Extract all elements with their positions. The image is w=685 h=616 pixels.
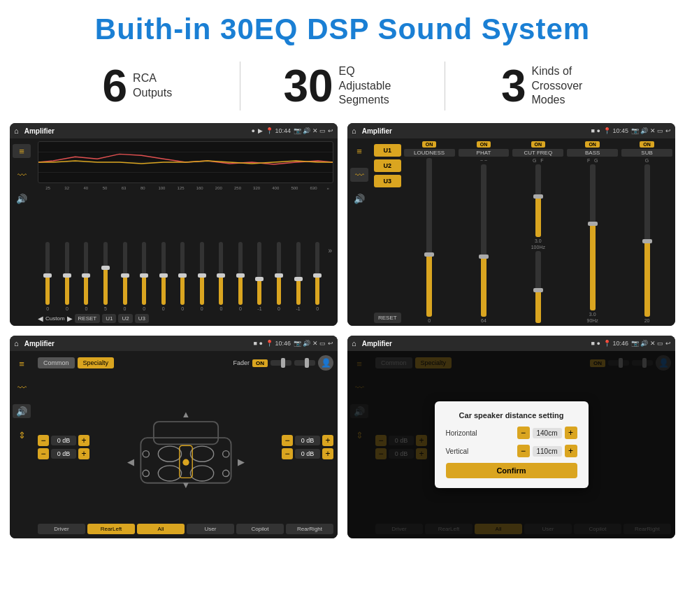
bass-on[interactable]: ON — [585, 141, 600, 148]
fader-on-btn[interactable]: ON — [252, 359, 268, 367]
fader-plus-1[interactable]: + — [78, 435, 89, 446]
fader-main-area: Common Specialty Fader ON 👤 — [34, 351, 338, 538]
fader-minus-4[interactable]: − — [282, 448, 293, 459]
eq-slider-10[interactable]: 0 — [212, 242, 230, 311]
eq-preset-label: Custom — [45, 315, 65, 322]
eq-slider-8[interactable]: 0 — [174, 242, 192, 311]
eq-slider-11[interactable]: 0 — [232, 242, 250, 311]
svg-text:▲: ▲ — [181, 408, 190, 419]
u-main-area: U1 U2 U3 RESET ON LOUDNESS 0 — [371, 138, 675, 326]
cutfreq-slider-f[interactable] — [535, 251, 541, 324]
user-avatar: 👤 — [318, 355, 333, 371]
u-icon-speaker[interactable]: 🔊 — [350, 192, 368, 206]
fader-home-icon[interactable]: ⌂ — [14, 339, 19, 348]
car-diagram: ▲ ▼ ◀ ▶ — [92, 406, 279, 489]
phat-label: PHAT — [459, 149, 510, 157]
u1-button[interactable]: U1 — [374, 144, 401, 157]
eq-slider-12[interactable]: -1 — [251, 242, 268, 311]
u-icon-wave[interactable]: 〰 — [350, 168, 368, 182]
sub-on[interactable]: ON — [640, 141, 654, 148]
eq-next-btn[interactable]: ▶ — [67, 315, 73, 322]
fader-btn-rearleft[interactable]: RearLeft — [87, 524, 135, 534]
eq-icon-sliders[interactable]: ≡ — [13, 144, 31, 158]
eq-slider-7[interactable]: 0 — [154, 242, 172, 311]
fader-screen-content: ≡ 〰 🔊 ⇕ Common Specialty Fader ON — [10, 351, 338, 538]
stat-rca-number: 6 — [103, 64, 128, 108]
fader-tab-common[interactable]: Common — [38, 357, 75, 368]
fader-icon-sliders[interactable]: ≡ — [13, 357, 31, 371]
fader-icon-wave[interactable]: 〰 — [13, 380, 31, 394]
fader-minus-2[interactable]: − — [38, 448, 49, 459]
dialog-home-icon[interactable]: ⌂ — [352, 339, 356, 348]
fader-icon-speaker[interactable]: 🔊 — [13, 404, 31, 418]
eq-slider-15[interactable]: 0 — [309, 242, 326, 311]
u-reset-btn[interactable]: RESET — [374, 313, 401, 323]
phat-slider[interactable] — [481, 164, 486, 317]
fader-btn-copilot[interactable]: Copilot — [236, 524, 284, 534]
eq-reset-btn[interactable]: RESET — [75, 314, 101, 323]
eq-slider-14[interactable]: -1 — [289, 242, 307, 311]
svg-point-7 — [158, 465, 181, 480]
fader-sliders[interactable] — [271, 360, 315, 366]
fader-minus-1[interactable]: − — [38, 435, 49, 446]
eq-slider-13[interactable]: 0 — [271, 242, 288, 311]
u-icons: 📷 🔊 ✕ ▭ ↩ — [631, 127, 671, 134]
eq-slider-9[interactable]: 0 — [194, 242, 211, 311]
svg-point-12 — [222, 450, 229, 457]
u-home-icon[interactable]: ⌂ — [352, 127, 356, 135]
fader-btn-user[interactable]: User — [187, 524, 234, 534]
fader-btn-rearright[interactable]: RearRight — [286, 524, 333, 534]
loudness-on[interactable]: ON — [422, 141, 437, 148]
fader-tab-specialty[interactable]: Specialty — [78, 357, 115, 368]
fader-icon-arrows[interactable]: ⇕ — [13, 428, 31, 442]
u2-button[interactable]: U2 — [374, 159, 401, 172]
eq-u2-btn[interactable]: U2 — [118, 314, 132, 323]
eq-icon-wave[interactable]: 〰 — [13, 168, 31, 182]
dialog-horizontal-minus[interactable]: − — [517, 427, 530, 439]
dialog-confirm-button[interactable]: Confirm — [446, 463, 577, 478]
fader-bottom-btns: Driver RearLeft All User Copilot RearRig… — [38, 524, 333, 534]
fader-btn-driver[interactable]: Driver — [38, 524, 85, 534]
fader-plus-4[interactable]: + — [322, 448, 333, 459]
eq-icon-speaker[interactable]: 🔊 — [13, 192, 31, 206]
sub-slider[interactable] — [644, 164, 650, 317]
dialog-horizontal-plus[interactable]: + — [565, 427, 577, 439]
screens-grid: ⌂ Amplifier ● ▶ 📍 10:44 📷 🔊 ✕ ▭ ↩ ≡ 〰 🔊 — [0, 123, 685, 545]
dialog-vertical-plus[interactable]: + — [565, 445, 577, 457]
fader-top: Common Specialty Fader ON 👤 — [38, 355, 333, 371]
stat-divider-2 — [445, 62, 445, 110]
eq-u1-btn[interactable]: U1 — [102, 314, 116, 323]
eq-slider-3[interactable]: 0 — [78, 242, 95, 311]
dialog-horizontal-value: 140cm — [533, 428, 562, 438]
dialog-horizontal-ctrl: − 140cm + — [517, 427, 577, 439]
eq-slider-6[interactable]: 0 — [136, 242, 153, 311]
fader-status-icons: ■ ● — [254, 340, 263, 347]
u-status-bar: ⌂ Amplifier ■ ● 📍 10:45 📷 🔊 ✕ ▭ ↩ — [347, 123, 675, 138]
u-channel-bass: ON BASS F G 3.0 90Hz — [567, 141, 618, 323]
stat-eq-number: 30 — [283, 64, 333, 108]
eq-slider-2[interactable]: 0 — [59, 242, 76, 311]
stat-eq-text: EQ AdjustableSegments — [339, 64, 402, 108]
svg-point-5 — [158, 446, 181, 461]
home-icon[interactable]: ⌂ — [14, 127, 19, 135]
loudness-slider[interactable] — [426, 158, 432, 317]
dialog-vertical-minus[interactable]: − — [517, 445, 530, 457]
fader-minus-3[interactable]: − — [282, 435, 293, 446]
eq-slider-5[interactable]: 0 — [116, 242, 134, 311]
dialog-vertical-ctrl: − 110cm + — [517, 445, 577, 457]
fader-plus-3[interactable]: + — [322, 435, 333, 446]
cutfreq-slider-g[interactable] — [535, 164, 541, 237]
cutfreq-on[interactable]: ON — [531, 141, 546, 148]
phat-on[interactable]: ON — [477, 141, 491, 148]
eq-slider-4[interactable]: 5 — [97, 242, 115, 311]
fader-btn-all[interactable]: All — [137, 524, 185, 534]
dialog-horizontal-row: Horizontal − 140cm + — [446, 427, 577, 439]
eq-u3-btn[interactable]: U3 — [135, 314, 149, 323]
eq-slider-1[interactable]: 0 — [39, 242, 57, 311]
bass-slider[interactable] — [590, 164, 596, 310]
eq-prev-btn[interactable]: ◀ — [38, 315, 43, 322]
fader-plus-2[interactable]: + — [78, 448, 89, 459]
u-icon-sliders[interactable]: ≡ — [350, 144, 368, 158]
fader-time: 📍 10:46 — [266, 340, 291, 347]
u3-button[interactable]: U3 — [374, 175, 401, 187]
